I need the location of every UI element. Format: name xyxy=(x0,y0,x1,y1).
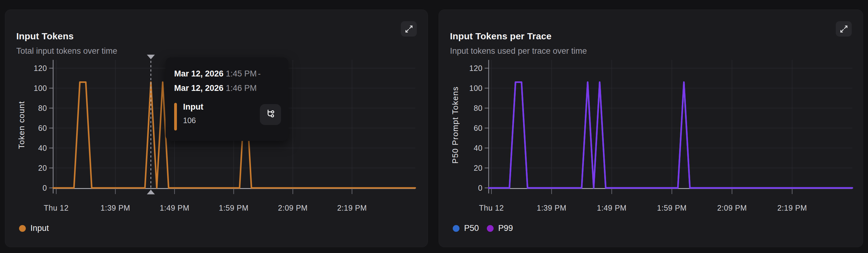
y-tick-label: 100 xyxy=(34,84,47,92)
chart-svg: 020406080100120Thu 121:39 PM1:49 PM1:59 … xyxy=(439,10,863,248)
x-tick-label: Thu 12 xyxy=(44,203,69,212)
y-tick-label: 60 xyxy=(474,124,483,132)
series-line-p50 xyxy=(489,82,852,188)
x-tick-label: 2:09 PM xyxy=(717,203,747,212)
y-tick-label: 20 xyxy=(38,164,47,172)
y-tick-label: 20 xyxy=(474,164,483,172)
series-line-p99 xyxy=(489,82,852,188)
crosshair-top-triangle-icon xyxy=(147,55,155,59)
panel-subtitle: Total input tokens over time xyxy=(16,46,117,56)
legend-dot-p99 xyxy=(487,225,494,232)
legend-label: P50 xyxy=(464,224,479,233)
legend-item-input[interactable]: Input xyxy=(19,224,49,233)
legend-item-p50[interactable]: P50 xyxy=(453,224,479,233)
legend-label: P99 xyxy=(498,224,513,233)
legend-dot-input xyxy=(19,225,26,232)
y-axis-title: Token count xyxy=(17,101,26,149)
x-tick-label: 1:59 PM xyxy=(219,203,248,212)
x-tick-label: 1:39 PM xyxy=(100,203,130,212)
legend-item-p99[interactable]: P99 xyxy=(487,224,513,233)
panel-title: Input Tokens per Trace xyxy=(450,31,552,41)
y-tick-label: 0 xyxy=(43,184,47,192)
tooltip-series-name: Input xyxy=(183,102,203,112)
tooltip-series-value: 106 xyxy=(183,116,203,125)
panel-input-tokens: 020406080100120Thu 121:39 PM1:49 PM1:59 … xyxy=(5,9,428,247)
input-tokens-per-trace-chart-canvas[interactable]: 020406080100120Thu 121:39 PM1:49 PM1:59 … xyxy=(439,10,863,247)
tooltip-range-end: Mar 12, 2026 1:46 PM xyxy=(174,81,281,95)
tooltip-range-start: Mar 12, 2026 1:45 PM- xyxy=(174,67,281,81)
crosshair-bottom-triangle-icon xyxy=(147,190,155,194)
y-tick-label: 40 xyxy=(38,144,47,152)
metrics-dashboard-page: 020406080100120Thu 121:39 PM1:49 PM1:59 … xyxy=(0,0,868,253)
y-axis-title: P50 Prompt Tokens xyxy=(451,86,460,164)
panel-title: Input Tokens xyxy=(16,31,74,41)
panel-input-tokens-per-trace: 020406080100120Thu 121:39 PM1:49 PM1:59 … xyxy=(439,9,863,247)
expand-diagonal-icon xyxy=(840,25,848,33)
y-tick-label: 80 xyxy=(474,104,483,113)
x-tick-label: Thu 12 xyxy=(479,203,504,212)
trace-tree-icon xyxy=(265,108,276,121)
x-tick-label: 1:49 PM xyxy=(597,203,627,212)
y-tick-label: 120 xyxy=(469,64,483,72)
y-tick-label: 60 xyxy=(38,124,47,132)
legend: Input xyxy=(19,224,49,233)
x-tick-label: 1:49 PM xyxy=(160,203,189,212)
panel-subtitle: Input tokens used per trace over time xyxy=(450,46,587,56)
x-tick-label: 2:19 PM xyxy=(337,203,367,212)
view-trace-button[interactable] xyxy=(260,104,281,125)
tooltip-series-info: Input 106 xyxy=(183,102,203,125)
x-tick-label: 2:19 PM xyxy=(777,203,807,212)
chart-tooltip: Mar 12, 2026 1:45 PM- Mar 12, 2026 1:46 … xyxy=(165,57,288,141)
legend-label: Input xyxy=(30,224,49,233)
y-tick-label: 0 xyxy=(478,184,483,192)
y-tick-label: 100 xyxy=(469,84,483,92)
expand-diagonal-icon xyxy=(405,25,413,33)
legend: P50 P99 xyxy=(453,224,513,233)
legend-dot-p50 xyxy=(453,225,460,232)
y-tick-label: 120 xyxy=(34,64,47,72)
expand-chart-button[interactable] xyxy=(401,21,417,36)
x-tick-label: 2:09 PM xyxy=(278,203,308,212)
x-tick-label: 1:39 PM xyxy=(536,203,566,212)
y-tick-label: 40 xyxy=(474,144,483,152)
expand-chart-button[interactable] xyxy=(836,21,852,36)
x-tick-label: 1:59 PM xyxy=(657,203,687,212)
tooltip-series-accent-bar xyxy=(174,103,177,130)
y-tick-label: 80 xyxy=(38,104,47,113)
